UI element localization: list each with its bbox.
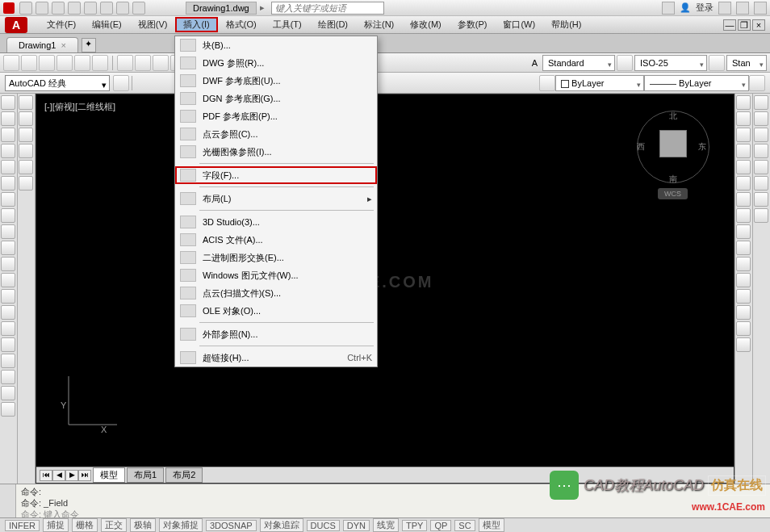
open-icon[interactable] [21, 55, 37, 71]
menu-t[interactable]: 工具(T) [265, 17, 310, 32]
doc-tab-drawing1[interactable]: Drawing1 × [6, 37, 78, 52]
color-combo[interactable]: ByLayer [555, 75, 644, 91]
status-dyn[interactable]: DYN [343, 520, 370, 531]
workspace-combo[interactable]: AutoCAD 经典 [5, 75, 110, 91]
rtool-e-icon[interactable] [754, 160, 768, 174]
publish-icon[interactable] [92, 55, 108, 71]
tab-first-icon[interactable]: ⏮ [40, 470, 52, 481]
qat-save-icon[interactable] [52, 2, 65, 15]
chamfer-icon[interactable] [736, 305, 751, 320]
dimstyle-icon[interactable] [617, 55, 633, 71]
drawing-area[interactable]: [-][俯视][二维线框] 1CAE.COM 北 南 东 西 WCS Y X ⏮… [36, 94, 734, 484]
paste-icon[interactable] [153, 55, 169, 71]
preview-icon[interactable] [74, 55, 90, 71]
menu-f[interactable]: 文件(F) [39, 17, 84, 32]
menu-item-pdfp[interactable]: PDF 参考底图(P)... [175, 107, 377, 125]
table-icon[interactable] [1, 370, 15, 384]
tool-f-icon[interactable] [19, 176, 33, 191]
copy-icon[interactable] [135, 55, 151, 71]
addselected-icon[interactable] [1, 402, 15, 417]
doc-tab-close-icon[interactable]: × [61, 40, 65, 50]
rtool-a-icon[interactable] [754, 95, 768, 110]
rtool-f-icon[interactable] [754, 176, 768, 191]
lineweight-combo[interactable]: ——— ByLayer [644, 75, 749, 91]
menu-item-c[interactable]: 点云参照(C)... [175, 125, 377, 143]
plot-icon[interactable] [56, 55, 73, 71]
rotate-icon[interactable] [736, 192, 751, 207]
mdi-close-button[interactable]: × [752, 19, 765, 31]
extend-icon[interactable] [736, 257, 751, 271]
explode-icon[interactable] [736, 337, 751, 352]
menu-item-l[interactable]: 布局(L)▸ [175, 190, 377, 207]
tool-e-icon[interactable] [19, 160, 33, 174]
layout-tab-0[interactable]: 模型 [93, 467, 125, 483]
menu-m[interactable]: 修改(M) [402, 17, 450, 32]
rectangle-icon[interactable] [1, 160, 15, 174]
rtool-b-icon[interactable] [754, 111, 768, 126]
mirror-icon[interactable] [736, 128, 751, 142]
status-栅格[interactable]: 栅格 [72, 518, 98, 532]
qat-redo-icon[interactable] [116, 2, 129, 15]
insertblock-icon[interactable] [1, 273, 15, 287]
layout-tab-1[interactable]: 布局1 [127, 467, 164, 483]
fillet-icon[interactable] [736, 321, 751, 336]
line-icon[interactable] [1, 95, 15, 110]
menu-w[interactable]: 窗口(W) [495, 17, 543, 32]
menu-item-dgng[interactable]: DGN 参考底图(G)... [175, 90, 377, 107]
help-icon[interactable] [754, 2, 767, 15]
ellipsearc-icon[interactable] [1, 257, 15, 271]
help-search-input[interactable] [271, 2, 384, 15]
tool-a-icon[interactable] [19, 95, 33, 110]
menu-item-h[interactable]: 超链接(H)...Ctrl+K [175, 349, 377, 367]
move-icon[interactable] [736, 176, 751, 191]
layout-tab-2[interactable]: 布局2 [165, 467, 203, 483]
revcloud-icon[interactable] [1, 208, 15, 223]
wcs-label[interactable]: WCS [658, 188, 688, 199]
menu-o[interactable]: 格式(O) [218, 17, 265, 32]
menu-item-acisa[interactable]: ACIS 文件(A)... [175, 231, 377, 249]
stretch-icon[interactable] [736, 224, 751, 239]
tool-b-icon[interactable] [19, 111, 33, 126]
menu-item-dwgr[interactable]: DWG 参照(R)... [175, 54, 377, 72]
status-对象追踪[interactable]: 对象追踪 [260, 518, 303, 532]
save-icon[interactable] [39, 55, 55, 71]
status-极轴[interactable]: 极轴 [130, 518, 156, 532]
menu-item-3dstudio3[interactable]: 3D Studio(3)... [175, 213, 377, 231]
mtext-icon[interactable] [1, 386, 15, 400]
region-icon[interactable] [1, 354, 15, 368]
point-icon[interactable] [1, 305, 15, 320]
qat-more-icon[interactable] [132, 2, 145, 15]
menu-item-dwfu[interactable]: DWF 参考底图(U)... [175, 72, 377, 90]
polygon-icon[interactable] [1, 144, 15, 158]
qat-saveas-icon[interactable] [68, 2, 81, 15]
trim-icon[interactable] [736, 241, 751, 255]
menu-item-b[interactable]: 块(B)... [175, 36, 377, 54]
signin-user-icon[interactable]: 👤 [680, 2, 691, 13]
workspace-settings-icon[interactable] [113, 75, 129, 91]
mdi-restore-button[interactable]: ❐ [738, 19, 751, 31]
app-menu-button[interactable]: A [5, 17, 27, 33]
commandline-handle-icon[interactable] [0, 484, 16, 517]
status-infer[interactable]: INFER [5, 520, 40, 531]
xline-icon[interactable] [1, 111, 15, 126]
tablestyle-icon[interactable] [709, 55, 725, 71]
menu-item-windowsw[interactable]: Windows 图元文件(W)... [175, 266, 377, 284]
linetype-icon[interactable] [749, 75, 765, 91]
viewcube[interactable]: 北 南 东 西 WCS [637, 111, 709, 199]
layer-icon[interactable] [539, 75, 555, 91]
status-qp[interactable]: QP [430, 520, 451, 531]
status-sc[interactable]: SC [454, 520, 475, 531]
menu-p[interactable]: 参数(P) [450, 17, 496, 32]
status-捕捉[interactable]: 捕捉 [43, 518, 69, 532]
qat-plot-icon[interactable] [84, 2, 97, 15]
stayconnected-icon[interactable] [736, 2, 749, 15]
qat-open-icon[interactable] [36, 2, 48, 15]
table-style-combo[interactable]: Stan [726, 55, 767, 71]
copy-obj-icon[interactable] [736, 111, 751, 126]
exchange-icon[interactable] [718, 2, 731, 15]
menu-item-n[interactable]: 外部参照(N)... [175, 325, 377, 343]
signin-label[interactable]: 登录 [696, 2, 714, 14]
menu-i[interactable]: 插入(I) [175, 17, 217, 32]
tab-last-icon[interactable]: ⏭ [78, 470, 91, 481]
menu-h[interactable]: 帮助(H) [543, 17, 589, 32]
